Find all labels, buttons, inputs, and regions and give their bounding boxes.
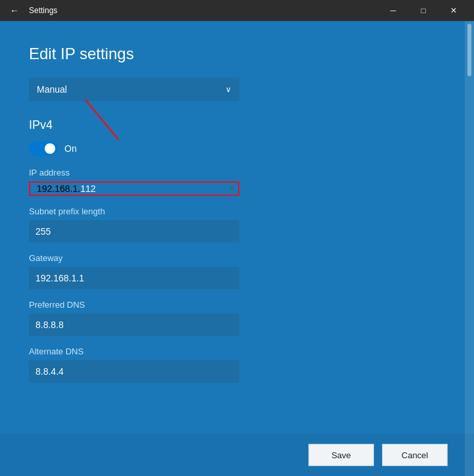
minimize-button[interactable]: ─ bbox=[378, 0, 408, 21]
subnet-label: Subnet prefix length bbox=[29, 206, 454, 216]
window-title: Settings bbox=[29, 6, 57, 15]
ip-address-group: IP address 192.168.1.112 × bbox=[29, 168, 454, 196]
ip-selected-text: 112 bbox=[80, 183, 95, 195]
gateway-label: Gateway bbox=[29, 253, 454, 263]
scrollbar-thumb[interactable] bbox=[467, 24, 471, 76]
bottom-bar: Save Cancel bbox=[0, 434, 474, 476]
dropdown-value: Manual bbox=[37, 84, 67, 95]
save-button[interactable]: Save bbox=[308, 444, 374, 466]
ip-address-wrapper: 192.168.1.112 × bbox=[29, 181, 239, 196]
ipv4-heading: IPv4 bbox=[29, 118, 454, 132]
title-bar-left: ← Settings bbox=[5, 1, 57, 20]
chevron-down-icon: ∨ bbox=[225, 85, 231, 94]
toggle-thumb bbox=[45, 143, 55, 154]
clear-ip-button[interactable]: × bbox=[229, 185, 234, 193]
gateway-group: Gateway bbox=[29, 253, 454, 289]
preferred-dns-group: Preferred DNS bbox=[29, 300, 454, 336]
subnet-group: Subnet prefix length bbox=[29, 206, 454, 243]
subnet-input[interactable] bbox=[29, 220, 239, 243]
ip-address-display[interactable]: 192.168.1.112 bbox=[30, 183, 238, 195]
cancel-button[interactable]: Cancel bbox=[382, 444, 448, 466]
toggle-row: On bbox=[29, 141, 454, 156]
page-title: Edit IP settings bbox=[29, 45, 454, 63]
window-content: Edit IP settings Manual ∨ IPv4 On IP add… bbox=[0, 21, 474, 476]
window-controls: ─ □ ✕ bbox=[378, 0, 469, 21]
maximize-button[interactable]: □ bbox=[408, 0, 438, 21]
alternate-dns-group: Alternate DNS bbox=[29, 346, 454, 383]
settings-panel: Edit IP settings Manual ∨ IPv4 On IP add… bbox=[0, 21, 474, 476]
scrollbar[interactable] bbox=[465, 21, 474, 476]
back-button[interactable]: ← bbox=[5, 1, 24, 20]
preferred-dns-input[interactable] bbox=[29, 314, 239, 336]
alternate-dns-label: Alternate DNS bbox=[29, 346, 454, 356]
ipv4-toggle[interactable] bbox=[29, 141, 58, 156]
ip-address-label: IP address bbox=[29, 168, 454, 178]
alternate-dns-input[interactable] bbox=[29, 360, 239, 383]
ip-mode-dropdown[interactable]: Manual ∨ bbox=[29, 78, 239, 101]
gateway-input[interactable] bbox=[29, 267, 239, 289]
toggle-label: On bbox=[64, 143, 77, 154]
ip-plain-text: 192.168.1. bbox=[37, 183, 80, 194]
close-button[interactable]: ✕ bbox=[438, 0, 469, 21]
preferred-dns-label: Preferred DNS bbox=[29, 300, 454, 310]
title-bar: ← Settings ─ □ ✕ bbox=[0, 0, 474, 21]
